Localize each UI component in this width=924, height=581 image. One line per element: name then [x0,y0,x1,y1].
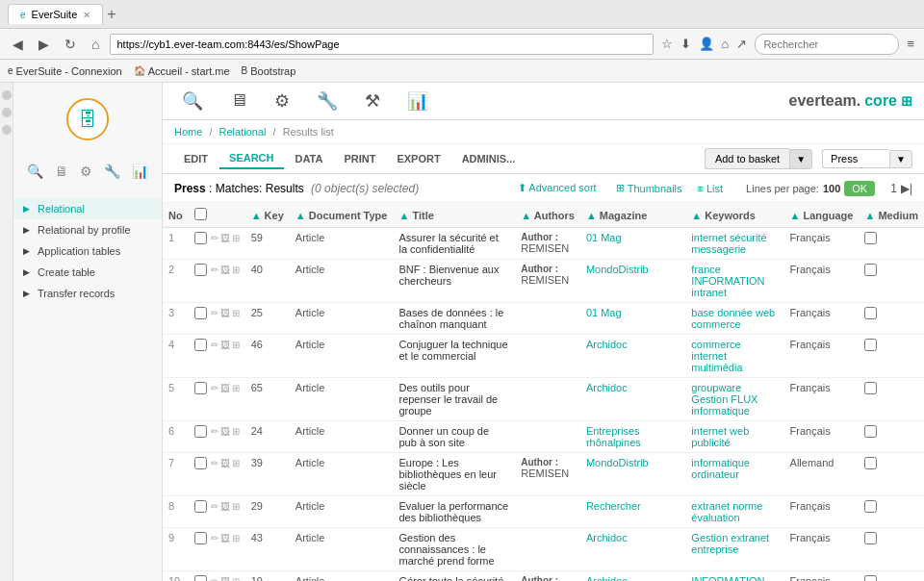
col-medium[interactable]: ▲ Medium [859,203,924,228]
edit-row-icon[interactable]: ✏ [211,458,218,468]
col-authors[interactable]: ▲ Authors [515,203,580,228]
col-key[interactable]: ▲ Key [245,203,290,228]
view-row-icon[interactable]: 🖼 [220,458,230,468]
next-page-button[interactable]: ▶| [901,182,912,195]
toolbar-btn-screen[interactable]: 🖥 [222,87,255,115]
cell-title[interactable]: BNF : Bienvenue aux chercheurs [393,260,515,303]
cell-title[interactable]: Europe : Les bibliothèques en leur siècl… [393,453,515,496]
expand-row-icon[interactable]: ⊞ [232,458,240,468]
view-row-icon[interactable]: 🖼 [220,265,230,275]
cell-title[interactable]: Conjuguer la technique et le commercial [393,335,515,378]
export-button[interactable]: EXPORT [387,149,449,168]
cell-keywords[interactable]: informatique ordinateur [685,453,783,496]
col-keywords[interactable]: ▲ Keywords [685,203,783,228]
edit-row-icon[interactable]: ✏ [211,308,218,318]
adminis-button[interactable]: ADMINIS... [452,149,526,168]
add-to-basket-button[interactable]: Add to basket [705,148,789,169]
ok-button[interactable]: OK [844,181,875,196]
row-checkbox[interactable] [194,500,207,513]
select-all-checkbox[interactable] [194,208,207,220]
sidebar-tool-settings[interactable]: ⚙ [76,160,96,183]
address-bar[interactable] [110,34,653,55]
view-row-icon[interactable]: 🖼 [220,533,230,543]
advanced-sort-link[interactable]: ⬆ Advanced sort [518,182,597,194]
edit-row-icon[interactable]: ✏ [211,426,218,437]
toolbar-btn-search[interactable]: 🔍 [174,87,211,115]
cell-magazine[interactable]: Archidoc [580,528,685,571]
medium-checkbox[interactable] [864,264,877,276]
breadcrumb-home[interactable]: Home [174,126,202,138]
medium-checkbox[interactable] [864,575,877,581]
edit-row-icon[interactable]: ✏ [211,533,218,543]
col-magazine[interactable]: ▲ Magazine [580,203,685,228]
browser-tab[interactable]: e EverSuite ✕ [8,4,103,24]
cell-title[interactable]: Donner un coup de pub à son site [393,421,515,453]
expand-row-icon[interactable]: ⊞ [232,383,240,393]
filter-input[interactable] [822,149,889,168]
toolbar-btn-build[interactable]: ⚒ [357,87,388,115]
thumbnails-view-button[interactable]: ⊞ Thumbnails [612,180,686,196]
expand-row-icon[interactable]: ⊞ [232,308,240,318]
app-logo[interactable]: 🗄 [66,98,109,140]
medium-checkbox[interactable] [864,500,877,513]
row-checkbox[interactable] [194,425,207,438]
medium-checkbox[interactable] [864,457,877,469]
medium-checkbox[interactable] [864,307,877,319]
menu-icon[interactable]: ≡ [905,35,916,53]
sidebar-item-relational[interactable]: ▶ Relational [13,198,162,219]
sidebar-tool-chart[interactable]: 📊 [128,160,152,183]
sidebar-tool-wrench[interactable]: 🔧 [100,160,124,183]
cell-magazine[interactable]: MondoDistrib [580,260,685,303]
bookmark-bootstrap[interactable]: B Bootstrap [242,65,296,77]
col-doctype[interactable]: ▲ Document Type [290,203,394,228]
row-checkbox[interactable] [194,382,207,394]
back-button[interactable]: ◀ [8,35,28,54]
edit-row-icon[interactable]: ✏ [211,265,218,275]
view-row-icon[interactable]: 🖼 [220,426,230,437]
expand-row-icon[interactable]: ⊞ [232,340,240,350]
view-row-icon[interactable]: 🖼 [220,383,230,393]
cell-keywords[interactable]: base donnée web commerce [685,303,783,335]
sidebar-item-transfer-records[interactable]: ▶ Transfer records [13,283,162,304]
arrow-icon[interactable]: ↗ [734,35,749,53]
download-icon[interactable]: ⬇ [679,35,693,53]
tab-close-button[interactable]: ✕ [83,10,90,20]
breadcrumb-relational[interactable]: Relational [219,126,267,138]
sidebar-tool-screen[interactable]: 🖥 [51,160,72,183]
browser-search-input[interactable] [755,34,899,55]
new-tab-button[interactable]: + [107,6,116,23]
cell-title[interactable]: Gestion des connaissances : le marché pr… [393,528,515,571]
col-language[interactable]: ▲ Language [784,203,860,228]
cell-title[interactable]: Bases de données : le chaînon manquant [393,303,515,335]
expand-row-icon[interactable]: ⊞ [232,533,240,543]
edit-row-icon[interactable]: ✏ [211,576,218,581]
cell-title[interactable]: Des outils pour repenser le travail de g… [393,378,515,421]
medium-checkbox[interactable] [864,382,877,394]
cell-magazine[interactable]: 01 Mag [580,228,685,260]
sidebar-tool-search[interactable]: 🔍 [23,160,47,183]
cell-keywords[interactable]: groupware Gestion FLUX informatique [685,378,783,421]
view-row-icon[interactable]: 🖼 [220,340,230,350]
user-icon[interactable]: 👤 [697,35,716,53]
sidebar-item-application-tables[interactable]: ▶ Application tables [13,240,162,262]
refresh-button[interactable]: ↻ [60,35,81,54]
expand-row-icon[interactable]: ⊞ [232,576,240,581]
toolbar-btn-chart[interactable]: 📊 [399,87,436,115]
sidebar-item-create-table[interactable]: ▶ Create table [13,262,162,283]
edit-row-icon[interactable]: ✏ [211,383,218,393]
cell-title[interactable]: Gérer toute la sécurité de l'information… [393,571,515,582]
cell-magazine[interactable]: Archidoc [580,378,685,421]
medium-checkbox[interactable] [864,532,877,544]
edit-row-icon[interactable]: ✏ [211,233,218,243]
col-title[interactable]: ▲ Title [393,203,515,228]
cell-magazine[interactable]: Rechercher [580,496,685,528]
cell-title[interactable]: Evaluer la performance des bibliothèques [393,496,515,528]
forward-button[interactable]: ▶ [34,35,54,54]
edit-button[interactable]: EDIT [174,149,218,168]
view-row-icon[interactable]: 🖼 [220,576,230,581]
view-row-icon[interactable]: 🖼 [220,308,230,318]
row-checkbox[interactable] [194,232,207,244]
row-checkbox[interactable] [194,457,207,469]
medium-checkbox[interactable] [864,339,877,351]
medium-checkbox[interactable] [864,232,877,244]
